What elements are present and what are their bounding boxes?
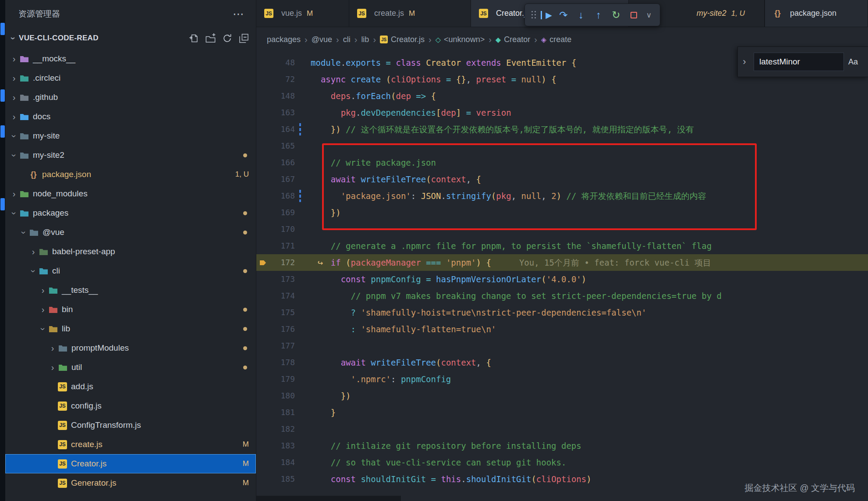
tree-item-bin[interactable]: ›bin	[5, 300, 256, 319]
code-line-173[interactable]: 173 const pnpmConfig = hasPnpmVersionOrL…	[256, 271, 868, 288]
step-out-icon[interactable]: ↑	[591, 10, 606, 20]
tree-item-add-js[interactable]: JSadd.js	[5, 377, 256, 396]
tree-item-label: Creator.js	[71, 459, 106, 469]
horizontal-scrollbar[interactable]	[256, 496, 868, 501]
step-into-icon[interactable]: ↓	[573, 10, 589, 20]
tree-item-vue[interactable]: ›@vue	[5, 223, 256, 242]
scrollbar-thumb[interactable]	[256, 496, 401, 501]
code-line-176[interactable]: 176 : 'shamefully-flatten=true\n'	[256, 321, 868, 338]
code-line-183[interactable]: 183 // intilaize git repository before i…	[256, 437, 868, 454]
step-over-icon[interactable]: ↷	[556, 10, 571, 20]
code-editor[interactable]: 48module.exports = class Creator extends…	[256, 52, 868, 501]
breadcrumb-item-creator[interactable]: ◆Creator	[496, 35, 530, 44]
tree-item-configtransform-js[interactable]: JSConfigTransform.js	[5, 416, 256, 435]
tree-item-my-site[interactable]: ›my-site	[5, 126, 256, 146]
folder-icon	[58, 364, 67, 371]
tree-item-package-json[interactable]: {}package.json1, U	[5, 165, 256, 184]
tab-vue-js[interactable]: JSvue.jsM	[256, 0, 349, 27]
code-line-168[interactable]: 168 'package.json': JSON.stringify(pkg, …	[256, 188, 868, 204]
tree-item-github[interactable]: ›.github	[5, 88, 256, 107]
code-line-171[interactable]: 171 // generate a .npmrc file for pnpm, …	[256, 238, 868, 254]
js-file-icon: JS	[58, 382, 67, 391]
code-line-167[interactable]: 167 await writeFileTree(context, {	[256, 171, 868, 188]
breadcrumb-item-creator-js[interactable]: JSCreator.js	[380, 35, 425, 44]
match-case-button[interactable]: Aa	[848, 57, 858, 67]
stop-icon[interactable]	[626, 10, 641, 20]
tab-create-js[interactable]: JScreate.jsM	[349, 0, 471, 27]
activity-bar-item[interactable]	[0, 198, 5, 210]
code-line-177[interactable]: 177	[256, 338, 868, 354]
tree-item-config-js[interactable]: JSconfig.js	[5, 396, 256, 416]
line-number: 171	[269, 238, 295, 254]
chevron-right-icon: ›	[10, 112, 18, 122]
code-line-165[interactable]: 165	[256, 138, 868, 154]
code-line-184[interactable]: 184 // so that vue-cli-service can setup…	[256, 454, 868, 471]
tree-item-babel-preset-app[interactable]: ›babel-preset-app	[5, 242, 256, 261]
tree-item-promptmodules[interactable]: ›promptModules	[5, 338, 256, 358]
code-line-179[interactable]: 179 '.npmrc': pnpmConfig	[256, 371, 868, 387]
code-line-166[interactable]: 166 // write package.json	[256, 154, 868, 171]
activity-bar-item[interactable]	[0, 125, 5, 138]
code-line-163[interactable]: 163 pkg.devDependencies[dep] = version	[256, 104, 868, 121]
breadcrumb-item-vue[interactable]: @vue	[312, 35, 332, 44]
code-line-164[interactable]: 164 }) // 这个循环就是在设置各个开发依赖的版本号,制定了版本号的, 就…	[256, 121, 868, 138]
line-number: 183	[269, 437, 295, 454]
find-expand-icon[interactable]: ›	[740, 56, 749, 68]
breadcrumb-separator: ›	[305, 35, 308, 45]
line-number: 169	[269, 204, 295, 221]
tree-item-util[interactable]: ›util	[5, 358, 256, 377]
code-line-170[interactable]: 170	[256, 221, 868, 238]
code-line-181[interactable]: 181 }	[256, 404, 868, 421]
activity-bar[interactable]	[0, 0, 5, 501]
activity-bar-item[interactable]	[0, 23, 5, 35]
tree-item-docs[interactable]: ›docs	[5, 107, 256, 126]
tree-item-lib[interactable]: ›lib	[5, 319, 256, 338]
drag-grip-icon[interactable]	[530, 10, 537, 20]
watermark: 掘金技术社区 @ 文学与代码	[745, 482, 855, 494]
modified-dot	[243, 366, 247, 370]
project-section-header[interactable]: › VUE-CLI-CODE-READ	[5, 28, 256, 48]
tree-item-create-js[interactable]: JScreate.jsM	[5, 435, 256, 454]
code-text: 'package.json': JSON.stringify(pkg, null…	[311, 188, 868, 204]
code-line-174[interactable]: 174 // pnpm v7 makes breaking change to …	[256, 288, 868, 304]
folder-icon	[29, 229, 39, 236]
refresh-icon[interactable]	[222, 33, 232, 43]
tree-item-cli[interactable]: ›cli	[5, 261, 256, 281]
new-folder-icon[interactable]	[205, 33, 216, 43]
breadcrumb-item-unknown[interactable]: ◇<unknown>	[436, 35, 485, 44]
breadcrumb-item-packages[interactable]: packages	[267, 35, 301, 44]
code-line-178[interactable]: 178 await writeFileTree(context, {	[256, 354, 868, 371]
restart-icon[interactable]: ↻	[608, 10, 624, 20]
tree-item-circleci[interactable]: ›.circleci	[5, 68, 256, 88]
gutter	[295, 454, 311, 471]
gutter	[295, 238, 311, 254]
new-file-icon[interactable]	[189, 33, 199, 43]
find-input[interactable]	[754, 53, 844, 71]
breadcrumb-item-create[interactable]: ◈create	[541, 35, 571, 44]
tree-item-my-site2[interactable]: ›my-site2	[5, 146, 256, 165]
tree-item-mocks[interactable]: ›__mocks__	[5, 49, 256, 68]
breadcrumb-item-cli[interactable]: cli	[343, 35, 351, 44]
tree-item-generator-js[interactable]: JSGenerator.jsM	[5, 473, 256, 493]
collapse-folders-icon[interactable]	[239, 33, 249, 43]
code-line-148[interactable]: 148 deps.forEach(dep => {	[256, 88, 868, 104]
code-line-169[interactable]: 169 })	[256, 204, 868, 221]
breadcrumb-label: Creator.js	[391, 35, 425, 44]
tree-item-label: node_modules	[33, 189, 88, 199]
tree-item-creator-js[interactable]: JSCreator.jsM	[5, 454, 256, 473]
code-line-175[interactable]: 175 ? 'shamefully-hoist=true\nstrict-pee…	[256, 304, 868, 321]
chevron-down-icon[interactable]: ∨	[643, 11, 655, 19]
more-actions-icon[interactable]: ⋯	[233, 12, 244, 16]
continue-icon[interactable]: ▶	[541, 11, 554, 19]
tree-item-packages[interactable]: ›packages	[5, 203, 256, 223]
activity-bar-item[interactable]	[0, 89, 5, 102]
tab-package-json[interactable]: {}package.json	[765, 0, 868, 27]
code-line-180[interactable]: 180 })	[256, 387, 868, 404]
tree-item-tests[interactable]: ›__tests__	[5, 281, 256, 300]
folder-icon	[58, 345, 67, 352]
gutter	[295, 437, 311, 454]
tree-item-node-modules[interactable]: ›node_modules	[5, 184, 256, 203]
code-line-182[interactable]: 182	[256, 421, 868, 437]
breadcrumb-item-lib[interactable]: lib	[361, 35, 369, 44]
code-line-172[interactable]: 172 if (packageManager === 'pnpm') {You,…	[256, 254, 868, 271]
